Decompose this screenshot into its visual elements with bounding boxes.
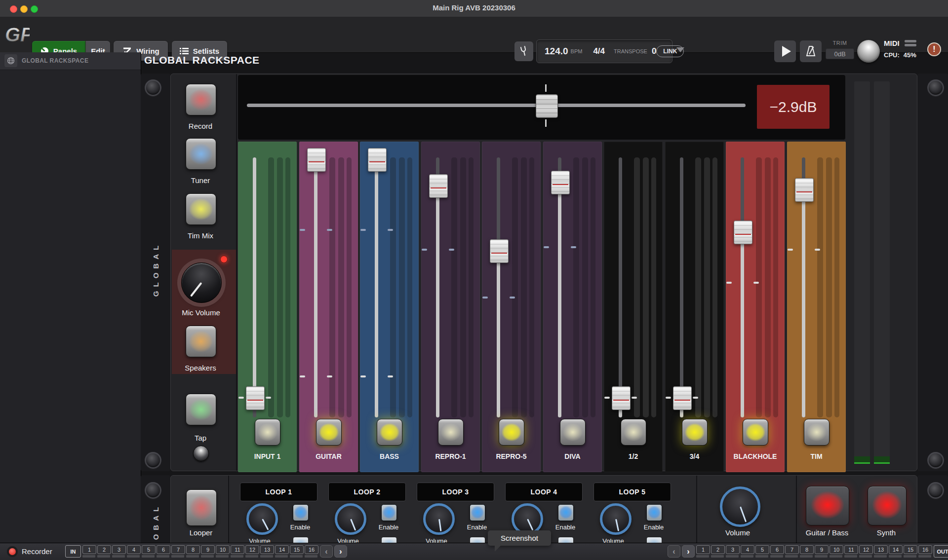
tim-mix-button[interactable] bbox=[186, 193, 216, 225]
midi-in-channel-button[interactable]: 10 bbox=[216, 545, 230, 558]
channel-mute-button[interactable] bbox=[560, 419, 586, 446]
midi-out-channel-button[interactable]: 3 bbox=[726, 545, 740, 558]
midi-in-channel-button[interactable]: 8 bbox=[186, 545, 200, 558]
loop-volume-knob[interactable] bbox=[600, 503, 632, 535]
metronome-button[interactable] bbox=[800, 40, 822, 62]
midi-in-channel-button[interactable]: 9 bbox=[201, 545, 215, 558]
loop-enable-button[interactable] bbox=[381, 504, 397, 521]
mic-volume-knob[interactable] bbox=[181, 262, 222, 303]
midi-in-channel-button[interactable]: 14 bbox=[275, 545, 289, 558]
bpm-unit: BPM bbox=[571, 48, 583, 54]
midi-out-channel-button[interactable]: 6 bbox=[770, 545, 784, 558]
midi-in-channel-button[interactable]: 2 bbox=[97, 545, 111, 558]
tempo-dropdown-icon[interactable] bbox=[676, 47, 684, 52]
midi-out-channel-button[interactable]: 12 bbox=[859, 545, 873, 558]
bpm-value[interactable]: 124.0 bbox=[545, 46, 568, 57]
channel-mute-button[interactable] bbox=[377, 419, 402, 446]
time-signature[interactable]: 4/4 bbox=[593, 46, 605, 56]
channel-mute-button[interactable] bbox=[316, 419, 342, 446]
midi-activity-bar bbox=[127, 555, 140, 558]
level-meter bbox=[329, 157, 335, 417]
recorder-icon[interactable] bbox=[7, 546, 18, 557]
mixer-channel: BLACKHOLE bbox=[726, 142, 785, 472]
midi-out-channel-button[interactable]: 9 bbox=[815, 545, 829, 558]
channel-mute-button[interactable] bbox=[682, 419, 708, 446]
midi-in-channel-button[interactable]: 7 bbox=[171, 545, 185, 558]
channel-mute-button[interactable] bbox=[499, 419, 524, 446]
midi-out-channel-button[interactable]: 13 bbox=[874, 545, 888, 558]
trim-value[interactable]: 0dB bbox=[826, 48, 854, 59]
fader-handle[interactable] bbox=[429, 174, 448, 198]
loop-volume-knob[interactable] bbox=[335, 503, 366, 535]
channel-mute-button[interactable] bbox=[743, 419, 768, 446]
tuner-toolbar-button[interactable] bbox=[514, 41, 533, 61]
midi-in-channel-button[interactable]: 4 bbox=[127, 545, 141, 558]
midi-in-button[interactable]: IN bbox=[65, 545, 81, 558]
midi-in-channel-button[interactable]: 5 bbox=[142, 545, 156, 558]
midi-out-channel-button[interactable]: 14 bbox=[889, 545, 903, 558]
fader-track[interactable] bbox=[680, 157, 683, 417]
fader-handle[interactable] bbox=[612, 386, 631, 410]
midi-out-channel-button[interactable]: 4 bbox=[741, 545, 754, 558]
channel-mute-button[interactable] bbox=[255, 419, 280, 446]
midi-in-channel-button[interactable]: 3 bbox=[112, 545, 126, 558]
tap-button[interactable] bbox=[186, 394, 216, 425]
fader-handle[interactable] bbox=[368, 148, 387, 172]
master-slider-handle[interactable] bbox=[536, 94, 558, 118]
midi-in-channel-button[interactable]: 13 bbox=[260, 545, 274, 558]
midi-out-channel-button[interactable]: 2 bbox=[711, 545, 725, 558]
tuner-button[interactable] bbox=[186, 138, 216, 170]
loop-volume-knob[interactable] bbox=[246, 503, 278, 535]
midi-in-channel-button[interactable]: 12 bbox=[245, 545, 259, 558]
loop-enable-button[interactable] bbox=[470, 504, 485, 521]
synth-button[interactable] bbox=[868, 486, 907, 525]
master-slider-track[interactable] bbox=[247, 104, 746, 107]
loop-enable-button[interactable] bbox=[558, 504, 574, 521]
loop-enable-button[interactable] bbox=[293, 504, 309, 521]
midi-out-channel-button[interactable]: 1 bbox=[696, 545, 710, 558]
midi-out-channel-button[interactable]: 10 bbox=[830, 545, 843, 558]
midi-activity-bar bbox=[844, 555, 857, 558]
midi-out-channel-button[interactable]: 15 bbox=[904, 545, 917, 558]
chevron-left-icon[interactable] bbox=[320, 545, 333, 558]
sidebar-item-global-rackspace[interactable]: GLOBAL RACKSPACE bbox=[0, 52, 141, 70]
midi-out-button[interactable]: OUT bbox=[934, 545, 948, 558]
midi-out-channel-button[interactable]: 16 bbox=[918, 545, 932, 558]
midi-in-channel-button[interactable]: 16 bbox=[305, 545, 318, 558]
midi-in-channel-button[interactable]: 15 bbox=[290, 545, 304, 558]
loop-enable-button[interactable] bbox=[646, 504, 662, 521]
looper-button[interactable] bbox=[186, 489, 217, 526]
fader-handle[interactable] bbox=[246, 386, 265, 410]
tap-dome-button[interactable] bbox=[193, 446, 209, 461]
midi-out-channel-button[interactable]: 5 bbox=[755, 545, 769, 558]
master-volume-knob[interactable] bbox=[720, 486, 760, 527]
fader-handle[interactable] bbox=[795, 178, 814, 202]
midi-in-channel-button[interactable]: 1 bbox=[82, 545, 96, 558]
play-button[interactable] bbox=[774, 40, 796, 62]
chevron-right-icon[interactable] bbox=[334, 545, 347, 558]
chevron-right-icon[interactable] bbox=[682, 545, 695, 558]
midi-out-channel-button[interactable]: 8 bbox=[800, 545, 814, 558]
midi-out-channel-button[interactable]: 11 bbox=[844, 545, 858, 558]
midi-in-channel-button[interactable]: 11 bbox=[231, 545, 244, 558]
fader-handle[interactable] bbox=[673, 386, 692, 410]
record-button[interactable] bbox=[186, 84, 216, 115]
transpose-value[interactable]: 0 bbox=[652, 46, 656, 56]
chevron-left-icon[interactable] bbox=[668, 545, 680, 558]
globe-icon[interactable] bbox=[4, 54, 17, 67]
panic-alert-icon[interactable]: ! bbox=[927, 42, 941, 56]
fader-handle[interactable] bbox=[307, 148, 326, 172]
channel-mute-button[interactable] bbox=[621, 419, 646, 446]
midi-out-channel-button[interactable]: 7 bbox=[785, 545, 799, 558]
fader-handle[interactable] bbox=[551, 171, 570, 194]
fader-handle[interactable] bbox=[734, 221, 752, 244]
channel-mute-button[interactable] bbox=[438, 419, 464, 446]
fader-track[interactable] bbox=[619, 157, 622, 417]
speakers-button[interactable] bbox=[186, 326, 216, 357]
loop-volume-knob[interactable] bbox=[423, 503, 455, 535]
master-trim-knob[interactable] bbox=[857, 40, 880, 63]
fader-handle[interactable] bbox=[490, 239, 509, 263]
guitar-bass-button[interactable] bbox=[806, 486, 849, 525]
midi-in-channel-button[interactable]: 6 bbox=[157, 545, 170, 558]
channel-mute-button[interactable] bbox=[804, 419, 830, 446]
